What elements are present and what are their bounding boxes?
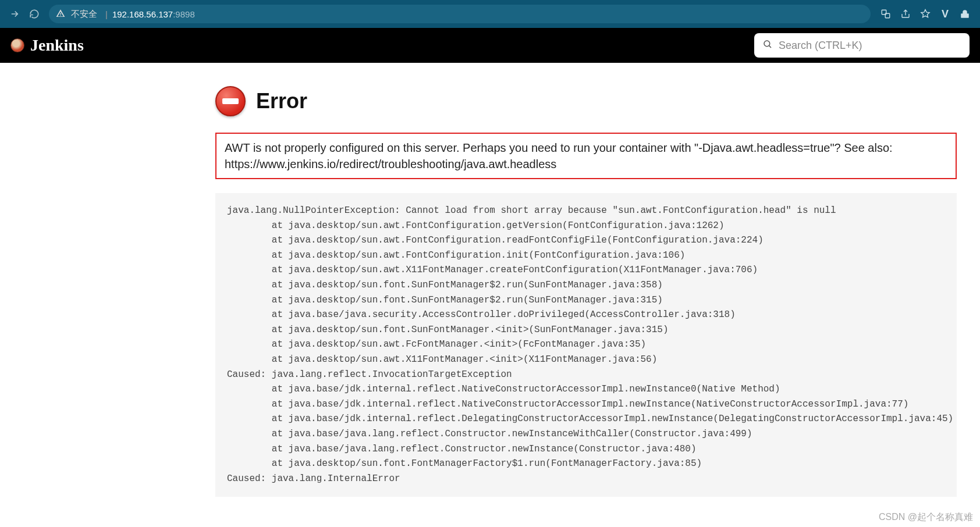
- search-box[interactable]: [754, 33, 970, 58]
- insecure-label: 不安全: [71, 9, 97, 20]
- translate-icon[interactable]: [880, 8, 892, 20]
- jenkins-logo[interactable]: Jenkins: [10, 36, 84, 55]
- search-input[interactable]: [779, 40, 961, 52]
- url-port: :9898: [173, 9, 195, 19]
- reload-button[interactable]: [24, 4, 44, 24]
- insecure-icon: [56, 9, 65, 20]
- bookmark-icon[interactable]: [919, 8, 931, 20]
- vue-ext-icon[interactable]: V: [939, 8, 951, 20]
- error-title: Error: [256, 89, 307, 113]
- jenkins-brand-text: Jenkins: [30, 36, 84, 55]
- error-message-text: AWT is not properly configured on this s…: [225, 140, 947, 172]
- search-icon: [762, 39, 773, 52]
- jenkins-icon: [10, 38, 24, 52]
- jenkins-header: Jenkins: [0, 28, 980, 63]
- browser-right-icons: V: [875, 8, 975, 20]
- url-host: 192.168.56.137: [112, 9, 173, 19]
- error-message-box: AWT is not properly configured on this s…: [215, 133, 957, 179]
- extensions-icon[interactable]: [959, 8, 971, 20]
- main-content: Error AWT is not properly configured on …: [0, 63, 980, 497]
- address-bar[interactable]: 不安全 | 192.168.56.137:9898: [49, 5, 871, 23]
- share-icon[interactable]: [900, 8, 911, 20]
- browser-toolbar: 不安全 | 192.168.56.137:9898 V: [0, 0, 980, 28]
- svg-point-2: [764, 41, 770, 47]
- divider: |: [105, 9, 108, 19]
- stack-trace: java.lang.NullPointerException: Cannot l…: [215, 193, 957, 497]
- nav-forward-button[interactable]: [5, 4, 24, 24]
- error-icon: [215, 86, 246, 116]
- error-header: Error: [215, 86, 980, 116]
